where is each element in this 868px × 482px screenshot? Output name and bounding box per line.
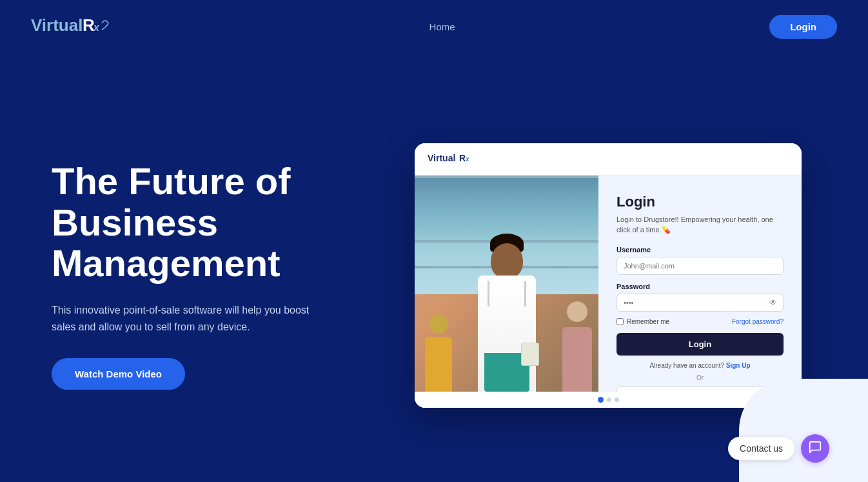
contact-us-bar: Contact us [728,434,829,463]
login-submit-button[interactable]: Login [616,333,784,356]
svg-text:x: x [465,156,469,163]
demo-video-button[interactable]: Watch Demo Video [52,358,185,390]
password-toggle-icon[interactable]: 👁 [769,298,777,307]
login-panel: Login Login to Drugstore!! Empowering yo… [598,176,802,392]
main-nav: Home [429,21,455,33]
app-preview-section: Virtual R x [400,143,816,408]
corner-decoration [739,379,868,482]
hero-subtitle: This innovative point-of-sale software w… [52,302,329,335]
password-field-wrap: 👁 [616,294,784,312]
svg-text:Virtual: Virtual [31,15,83,35]
password-input[interactable] [616,294,784,312]
username-input[interactable] [616,257,784,275]
card-body: Login Login to Drugstore!! Empowering yo… [415,176,802,392]
logo-text: Virtual R x [31,10,115,43]
pharmacy-image-panel [415,176,598,392]
card-logo: Virtual R x [428,151,479,167]
contact-us-label: Contact us [728,437,794,460]
signup-row: Already have an account? Sign Up [616,362,784,369]
forgot-password-link[interactable]: Forgot password? [732,318,784,325]
login-form-subtitle: Login to Drugstore!! Empowering your hea… [616,214,784,236]
slide-dots [415,392,802,408]
slide-dot-1[interactable] [598,397,604,403]
contact-chat-button[interactable] [801,434,829,463]
svg-text:x: x [93,22,100,33]
app-preview-card: Virtual R x [415,143,802,408]
username-label: Username [616,246,784,254]
card-header: Virtual R x [415,143,802,176]
slide-dot-2[interactable] [607,397,611,402]
header: Virtual R x Home Login [0,0,868,54]
login-form-title: Login [616,194,784,210]
login-button[interactable]: Login [769,15,837,39]
logo: Virtual R x [31,10,115,43]
remember-row: Remember me Forgot password? [616,318,784,325]
signup-text: Already have an account? [649,362,724,369]
password-label: Password [616,283,784,290]
hero-section: The Future of Business Management This i… [52,161,361,390]
or-divider: Or [616,374,784,381]
chat-icon [808,440,822,457]
pharmacist-figure [468,243,546,392]
slide-dot-3[interactable] [615,397,619,402]
svg-text:R: R [459,153,466,163]
remember-me-checkbox[interactable] [616,318,624,325]
hero-title: The Future of Business Management [52,161,361,284]
svg-text:Virtual: Virtual [428,153,455,163]
main-content: The Future of Business Management This i… [0,54,868,482]
signup-link[interactable]: Sign Up [726,362,751,369]
nav-home[interactable]: Home [429,21,455,32]
remember-me-label: Remember me [627,318,669,325]
